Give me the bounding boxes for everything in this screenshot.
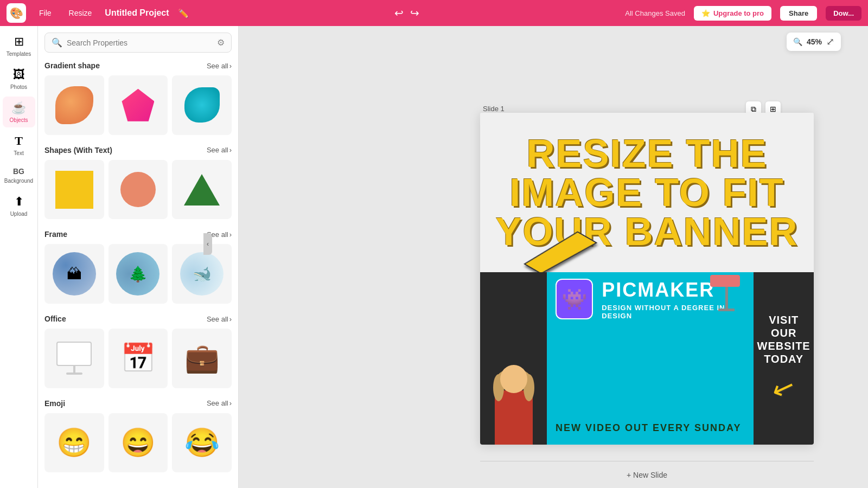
zoom-level: 45% [807, 37, 822, 46]
emoji-title: Emoji [44, 399, 65, 408]
zoom-icon: 🔍 [793, 37, 802, 46]
sidebar-item-upload[interactable]: ⬆ Upload [3, 190, 35, 221]
frame-item-2[interactable]: 🌲 [108, 244, 168, 304]
gradient-shape-item-3[interactable] [172, 75, 232, 135]
frame-item-1[interactable]: 🏔 [44, 244, 104, 304]
edit-icon[interactable]: ✏️ [178, 8, 189, 18]
project-title[interactable]: Untitled Project [105, 8, 169, 18]
gradient-blob-orange [55, 86, 93, 124]
main-layout: ⊞ Templates 🖼 Photos ☕ Objects T Text BG… [0, 26, 868, 488]
sidebar-label-templates: Templates [7, 51, 31, 57]
gradient-shape-see-all[interactable]: See all › [207, 62, 232, 70]
shape-yellow-square[interactable] [44, 160, 104, 220]
sidebar-item-text[interactable]: T Text [3, 130, 35, 160]
new-slide-bar[interactable]: + New Slide [480, 461, 814, 488]
shapes-text-see-all[interactable]: See all › [207, 146, 232, 154]
photos-icon: 🖼 [13, 68, 25, 82]
monitor-base [66, 373, 82, 375]
gradient-pentagon-pink [122, 89, 154, 121]
file-menu[interactable]: File [35, 7, 56, 20]
banner-area: 👾 PICMAKER DESIGN WITHOUT A DEGREE IN DE… [480, 272, 814, 445]
shape-salmon-circle[interactable] [108, 160, 168, 220]
slide-content: RESIZE THE IMAGE TO FIT YOUR BANNER [480, 113, 814, 445]
sidebar-label-background: Background [4, 178, 33, 184]
laugh-emoji: 😄 [120, 426, 156, 459]
chevron-right-icon-3: › [229, 230, 232, 239]
gradient-shape-item-2[interactable] [108, 75, 168, 135]
app-logo: 🎨 [7, 3, 26, 23]
sidebar-item-photos[interactable]: 🖼 Photos [3, 63, 35, 94]
left-hand [501, 375, 512, 383]
green-triangle-shape [184, 174, 220, 206]
person-figure [480, 278, 547, 445]
yellow-square-shape [55, 171, 93, 209]
search-bar: 🔍 ⚙ [44, 33, 232, 53]
emoji-see-all[interactable]: See all › [207, 399, 232, 407]
banner-top-row: 👾 PICMAKER DESIGN WITHOUT A DEGREE IN DE… [556, 279, 745, 320]
emoji-tears[interactable]: 😂 [172, 413, 232, 473]
office-see-all[interactable]: See all › [207, 315, 232, 323]
sidebar-item-objects[interactable]: ☕ Objects [3, 97, 35, 127]
office-monitor[interactable] [44, 329, 104, 388]
face [500, 365, 527, 393]
grin-emoji: 😁 [56, 426, 92, 459]
roller-handle-wrapper [710, 309, 743, 311]
search-icon: 🔍 [52, 37, 62, 48]
chevron-right-icon-5: › [229, 399, 232, 407]
emoji-laugh[interactable]: 😄 [108, 413, 168, 473]
shapes-text-title: Shapes (With Text) [44, 146, 112, 155]
redo-button[interactable]: ↪ [410, 7, 419, 20]
chevron-right-icon: › [229, 62, 232, 70]
tears-emoji: 😂 [184, 426, 220, 459]
sidebar-item-templates[interactable]: ⊞ Templates [3, 30, 35, 61]
background-icon: BG [13, 167, 24, 176]
sidebar-label-photos: Photos [10, 84, 27, 90]
sidebar-label-objects: Objects [10, 117, 28, 123]
paint-roller-container [710, 275, 743, 324]
gradient-shape-section-header: Gradient shape See all › [44, 61, 232, 70]
calendar-icon: 📅 [120, 342, 156, 375]
frame-mountains-2: 🌲 [116, 252, 159, 296]
frame-item-3[interactable]: 🐋 [172, 244, 232, 304]
gradient-shape-item-1[interactable] [44, 75, 104, 135]
download-button[interactable]: Dow... [826, 6, 861, 21]
office-calendar[interactable]: 📅 [108, 329, 168, 388]
new-video-text: NEW VIDEO OUT EVERY SUNDAY [556, 418, 745, 438]
collapse-panel-button[interactable]: ‹ [203, 233, 212, 255]
text-icon: T [15, 134, 23, 148]
chevron-right-icon-4: › [229, 315, 232, 323]
new-slide-text: + New Slide [627, 471, 667, 479]
frame-title: Frame [44, 230, 67, 239]
monitor-screen [56, 342, 92, 366]
search-input[interactable] [67, 38, 213, 47]
sidebar-item-background[interactable]: BG Background [3, 163, 35, 188]
filter-icon[interactable]: ⚙ [217, 37, 225, 48]
monitor-graphic [56, 342, 92, 375]
office-grid: 📅 💼 [44, 329, 232, 388]
gradient-shape-grid [44, 75, 232, 135]
slide-label: Slide 1 [483, 105, 505, 113]
banner-right: VISIT OUR WEBSITE TODAY ↙ [754, 272, 814, 445]
undo-button[interactable]: ↩ [394, 7, 404, 20]
resize-text-line1: RESIZE THE IMAGE TO FIT [491, 134, 803, 212]
star-icon: ⭐ [701, 9, 710, 17]
shapes-text-grid [44, 160, 232, 220]
office-briefcase[interactable]: 💼 [172, 329, 232, 388]
resize-menu[interactable]: Resize [65, 7, 97, 20]
zoom-expand-icon[interactable]: ⤢ [826, 36, 834, 48]
share-button[interactable]: Share [780, 6, 817, 21]
frame-whales: 🐋 [180, 252, 224, 296]
icon-sidebar: ⊞ Templates 🖼 Photos ☕ Objects T Text BG… [0, 26, 38, 488]
collapse-icon: ‹ [207, 240, 209, 248]
office-section-header: Office See all › [44, 314, 232, 323]
shape-green-triangle[interactable] [172, 160, 232, 220]
sidebar-label-text: Text [14, 150, 23, 156]
emoji-grid: 😁 😄 😂 [44, 413, 232, 473]
topbar: 🎨 File Resize Untitled Project ✏️ ↩ ↪ Al… [0, 0, 868, 26]
shapes-text-section-header: Shapes (With Text) See all › [44, 146, 232, 155]
upgrade-button[interactable]: ⭐ Upgrade to pro [694, 6, 771, 21]
slide-container[interactable]: RESIZE THE IMAGE TO FIT YOUR BANNER [480, 113, 814, 445]
briefcase-icon: 💼 [184, 342, 220, 375]
monitor-stand [73, 366, 75, 373]
emoji-grin[interactable]: 😁 [44, 413, 104, 473]
